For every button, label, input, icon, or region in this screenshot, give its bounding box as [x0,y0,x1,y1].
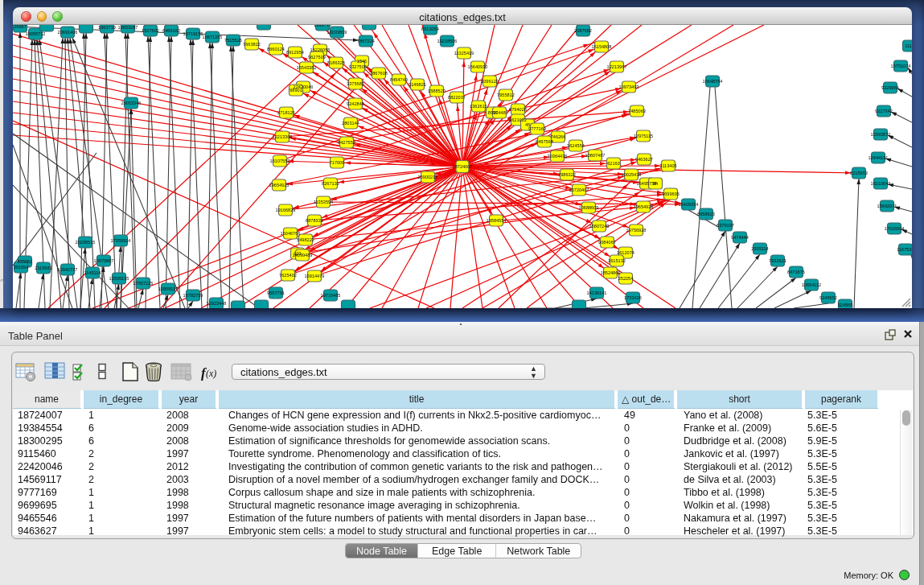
svg-text:5498222: 5498222 [297,237,314,242]
svg-text:14099489: 14099489 [293,253,313,257]
svg-text:12213369: 12213369 [273,134,293,139]
svg-text:8878332: 8878332 [306,218,323,223]
svg-text:1527602: 1527602 [142,28,159,33]
svg-text:8427552: 8427552 [338,140,355,145]
svg-text:18524861: 18524861 [601,270,621,275]
svg-text:15640910: 15640910 [468,64,488,69]
svg-text:11325419: 11325419 [454,51,474,56]
svg-text:2087682: 2087682 [574,28,592,33]
svg-text:9329966: 9329966 [881,85,899,90]
svg-text:9627509: 9627509 [308,55,326,60]
svg-text:6466160: 6466160 [162,28,180,33]
svg-text:19055712: 19055712 [26,31,46,36]
svg-text:16046766: 16046766 [281,231,301,236]
svg-text:1588520: 1588520 [428,89,446,93]
svg-text:1963719: 1963719 [98,25,116,30]
svg-text:15807249: 15807249 [589,224,610,229]
svg-text:19166829: 19166829 [276,208,296,212]
svg-text:16409354: 16409354 [679,202,699,207]
svg-text:6497568: 6497568 [536,139,553,144]
svg-text:15720407: 15720407 [569,187,589,192]
svg-text:16914479: 16914479 [305,274,325,278]
svg-text:84: 84 [653,181,658,186]
svg-text:20364436: 20364436 [548,154,568,159]
svg-text:7986322: 7986322 [558,172,576,177]
svg-text:15226055: 15226055 [310,47,331,52]
svg-text:3624554: 3624554 [567,143,585,148]
svg-text:19716485: 19716485 [321,293,341,298]
svg-text:2718126: 2718126 [277,110,295,115]
svg-text:17957225: 17957225 [133,281,154,286]
svg-text:6379197: 6379197 [717,223,734,228]
svg-text:1621022: 1621022 [509,117,527,122]
svg-text:10654112: 10654112 [802,282,821,287]
svg-text:19218506: 19218506 [437,39,458,43]
svg-text:10807487: 10807487 [585,153,606,158]
svg-text:10719155: 10719155 [183,31,203,36]
svg-text:2867608: 2867608 [370,71,388,76]
svg-text:12975115: 12975115 [634,134,653,138]
svg-text:8822037: 8822037 [448,95,466,100]
svg-text:1993719: 1993719 [314,25,331,27]
svg-text:1167533: 1167533 [897,247,912,252]
svg-text:8454749: 8454749 [390,77,408,82]
svg-text:16154808: 16154808 [592,44,612,49]
svg-text:1546: 1546 [357,59,367,64]
svg-text:717006: 717006 [330,160,345,165]
svg-text:90448: 90448 [493,110,506,115]
svg-text:1733426: 1733426 [624,295,642,300]
svg-text:10975867: 10975867 [94,258,114,263]
svg-text:8660124: 8660124 [267,47,285,51]
svg-text:252254: 252254 [618,276,634,281]
svg-text:16033809: 16033809 [327,30,347,35]
svg-text:25900215: 25900215 [418,175,438,179]
svg-text:16107552: 16107552 [270,159,290,163]
svg-text:9463627: 9463627 [635,157,653,162]
svg-text:16210643: 16210643 [871,181,891,186]
svg-text:10973493: 10973493 [619,84,639,89]
svg-text:7932621: 7932621 [769,258,786,263]
svg-text:8215953: 8215953 [850,171,868,175]
svg-text:14136141: 14136141 [587,290,607,295]
svg-text:9245652: 9245652 [819,295,837,300]
svg-text:19584554: 19584554 [487,218,507,223]
svg-text:12923448: 12923448 [207,301,227,306]
svg-text:15692971: 15692971 [877,204,897,208]
svg-text:3113405: 3113405 [659,163,676,168]
svg-text:1615132: 1615132 [608,258,626,263]
svg-text:12942737: 12942737 [58,267,78,272]
svg-text:7485063: 7485063 [628,109,646,113]
svg-text:8958923: 8958923 [697,212,715,216]
svg-text:924565: 924565 [838,303,853,307]
svg-text:7515526: 7515526 [224,38,242,43]
svg-text:20206515: 20206515 [76,240,96,245]
svg-text:11353594: 11353594 [314,200,333,204]
svg-text:98901: 98901 [290,88,302,93]
svg-text:10025438: 10025438 [622,172,642,177]
svg-text:19654923: 19654923 [634,204,654,209]
svg-text:9146821: 9146821 [409,82,426,87]
svg-text:10671355: 10671355 [203,35,223,39]
svg-text:16648784: 16648784 [703,79,723,84]
svg-text:12213967: 12213967 [607,64,627,69]
svg-text:15751074: 15751074 [891,64,911,68]
svg-text:9474444: 9474444 [731,235,749,240]
svg-text:9227342: 9227342 [875,109,893,113]
svg-text:2803144: 2803144 [342,121,359,126]
svg-text:1362615: 1362615 [470,104,487,109]
svg-text:8912954: 8912954 [286,50,304,55]
svg-text:29957: 29957 [14,25,27,29]
svg-text:3375685: 3375685 [347,81,364,86]
svg-text:1117: 1117 [905,43,912,48]
svg-text:10688609: 10688609 [579,205,599,210]
svg-text:6794028: 6794028 [509,107,527,112]
svg-text:2935114: 2935114 [751,246,768,251]
svg-text:10958117: 10958117 [158,286,178,291]
svg-text:10653287: 10653287 [118,25,138,30]
svg-text:1145114: 1145114 [84,270,101,275]
svg-text:12093872: 12093872 [871,132,891,137]
svg-text:7955812: 7955812 [497,93,515,97]
svg-text:19654925: 19654925 [269,183,290,187]
svg-text:1612074: 1612074 [617,250,634,255]
svg-text:12444191: 12444191 [869,155,889,160]
